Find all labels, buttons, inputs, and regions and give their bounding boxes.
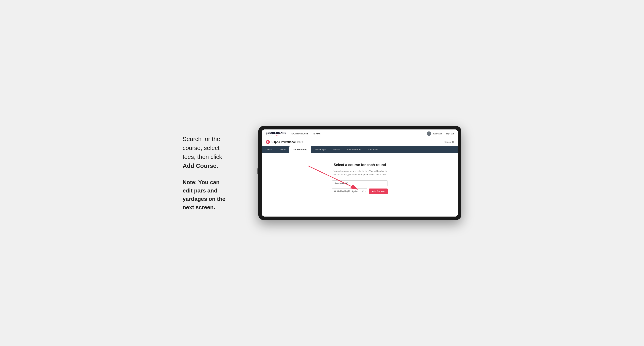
instruction-bold: Add Course.: [182, 163, 218, 169]
tee-select-wrap: Gold (M) (M) (7010 yds) ✕ ⌄: [332, 188, 368, 194]
close-icon: ✕: [452, 141, 454, 143]
tournament-name: Clippd Invitational: [272, 140, 296, 144]
separator: |: [444, 133, 444, 135]
instruction-line3: tees, then click: [182, 154, 222, 160]
note-line2: edit pars and: [182, 187, 217, 194]
tournament-title-row: C Clippd Invitational (Men): [266, 140, 303, 144]
add-course-button[interactable]: Add Course: [369, 188, 388, 194]
app-header: SCOREBOARD Powered by clippd TOURNAMENTS…: [262, 130, 458, 138]
main-content: Select a course for each round Search fo…: [262, 153, 458, 216]
tournament-header: C Clippd Invitational (Men) Cancel ✕: [262, 138, 458, 146]
section-title: Select a course for each round: [334, 163, 386, 167]
tab-teams[interactable]: Teams: [276, 146, 289, 153]
tab-results[interactable]: Results: [329, 146, 344, 153]
instruction-line2: course, select: [182, 145, 220, 151]
course-search-input[interactable]: [332, 180, 388, 186]
tournament-badge: (Men): [297, 141, 303, 143]
side-button: [258, 168, 258, 174]
tab-tee-groups[interactable]: Tee Groups: [311, 146, 329, 153]
logo: SCOREBOARD Powered by clippd: [266, 132, 286, 136]
page-wrapper: Search for the course, select tees, then…: [182, 126, 462, 220]
cancel-button[interactable]: Cancel ✕: [444, 141, 454, 143]
instruction-note: Note: You can edit pars and yardages on …: [182, 178, 246, 212]
tournament-icon: C: [266, 140, 270, 144]
tab-details[interactable]: Details: [262, 146, 276, 153]
sign-out-link[interactable]: Sign out: [446, 133, 454, 135]
tablet-screen: SCOREBOARD Powered by clippd TOURNAMENTS…: [262, 130, 458, 216]
tab-course-setup[interactable]: Course Setup: [289, 146, 311, 153]
user-area: T Test User | Sign out: [427, 132, 454, 136]
tab-printables[interactable]: Printables: [364, 146, 381, 153]
clear-icon[interactable]: ✕: [362, 190, 364, 192]
instruction-panel: Search for the course, select tees, then…: [182, 134, 246, 212]
avatar: T: [427, 132, 431, 136]
main-nav: TOURNAMENTS TEAMS: [290, 133, 321, 135]
select-controls: ✕ ⌄: [362, 190, 366, 192]
tee-select-row: Gold (M) (M) (7010 yds) ✕ ⌄ Add Course: [332, 188, 388, 194]
tab-leaderboards[interactable]: Leaderboards: [344, 146, 364, 153]
note-line3: yardages on the: [182, 196, 226, 202]
course-search-wrap: [332, 180, 388, 186]
note-line4: next screen.: [182, 204, 215, 210]
instruction-main: Search for the course, select tees, then…: [182, 134, 246, 170]
chevron-down-icon[interactable]: ⌄: [364, 190, 366, 192]
nav-tournaments[interactable]: TOURNAMENTS: [290, 133, 309, 135]
logo-text: SCOREBOARD: [266, 132, 286, 134]
logo-subtitle: Powered by clippd: [266, 134, 286, 136]
section-description: Search for a course and select a tee. Yo…: [332, 170, 388, 176]
note-line1: Note: You can: [182, 179, 220, 185]
tablet-frame: SCOREBOARD Powered by clippd TOURNAMENTS…: [258, 126, 462, 220]
tabs-bar: Details Teams Course Setup Tee Groups Re…: [262, 146, 458, 153]
nav-teams[interactable]: TEAMS: [313, 133, 321, 135]
logo-area: SCOREBOARD Powered by clippd TOURNAMENTS…: [266, 132, 321, 136]
user-name: Test User: [433, 133, 442, 135]
instruction-line1: Search for the: [182, 136, 220, 142]
